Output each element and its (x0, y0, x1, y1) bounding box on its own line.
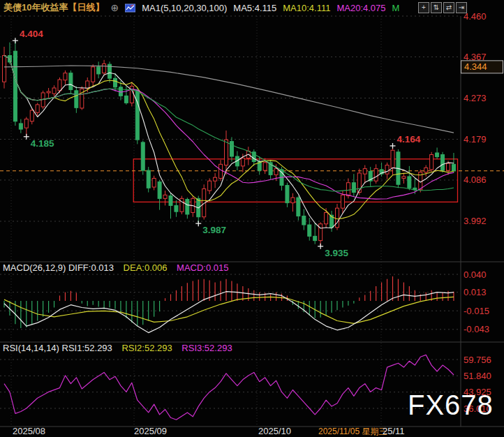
macd-header: MACD(26,12,9) DIFF:0.013 DEA:0.006 MACD:… (3, 262, 229, 273)
candle (436, 153, 439, 157)
macd-diff-readout: MACD(26,12,9) DIFF:0.013 (3, 262, 114, 273)
rsi1-readout: RSI(14,14,14) RSI1:52.293 (3, 343, 112, 353)
candle (230, 142, 233, 156)
macd-tick-label: -0.015 (464, 306, 489, 316)
candle (424, 168, 428, 172)
period-tag: 【日线】 (68, 2, 104, 13)
candle (441, 155, 445, 171)
macd-tick-label: 0.040 (464, 269, 487, 280)
candle (124, 96, 128, 103)
swing-price-label: 4.185 (31, 138, 54, 149)
candle (3, 56, 6, 82)
fx678-watermark: FX678 (408, 390, 494, 421)
rsi-header: RSI(14,14,14) RSI1:52.293 RSI2:52.293 RS… (3, 343, 232, 353)
candle (357, 173, 361, 193)
x-axis-label: 2025/09 (134, 426, 167, 436)
x-axis-label: 25/11 (383, 426, 405, 436)
x-scale-button[interactable]: ⇄ (443, 2, 454, 13)
candle (374, 169, 378, 182)
candle (241, 158, 244, 166)
candle (135, 91, 139, 140)
candle (86, 81, 89, 89)
candle (75, 91, 78, 108)
add-indicator-icon[interactable]: ⊕ (110, 2, 119, 13)
crosshair-button[interactable]: + (418, 2, 429, 13)
candle (91, 67, 95, 82)
ma-settings-label: MA1(5,10,20,30,100) (142, 3, 227, 13)
chart-type-icon[interactable] (125, 3, 135, 13)
rsi-tick-label: 59.756 (464, 355, 491, 365)
swing-price-label: 3.987 (202, 225, 226, 235)
candle (430, 155, 433, 170)
candle (163, 195, 167, 198)
ma5-readout: MA5:4.115 (233, 3, 276, 13)
candle (346, 183, 350, 196)
macd-macd-readout: MACD:0.015 (177, 262, 228, 273)
candle (208, 181, 212, 191)
candle (302, 216, 306, 225)
chart-toolbar: + ⇅ ⇄ ⇥ (418, 2, 467, 13)
candle (313, 236, 317, 240)
candle (24, 119, 28, 128)
swing-markers: 4.4044.1853.9873.9354.164 (13, 29, 421, 258)
candle (214, 177, 217, 181)
ma20-readout: MA20:4.075 (336, 3, 385, 13)
swing-price-label: 3.935 (325, 248, 348, 258)
candle (352, 183, 355, 193)
candle (175, 205, 178, 212)
price-tick-label: 4.086 (464, 175, 487, 185)
candle (141, 142, 144, 170)
candle (363, 169, 366, 175)
candle (447, 163, 450, 170)
candle (152, 178, 156, 187)
candle (408, 177, 411, 188)
candle (274, 169, 278, 175)
candle (52, 88, 56, 94)
candle (147, 170, 150, 188)
x-axis-label: 2025/08 (13, 426, 45, 436)
swing-price-label: 4.164 (397, 134, 421, 145)
instrument-title: 美债10年收益率 (3, 2, 68, 13)
candle (103, 64, 106, 73)
y-scale-button[interactable]: ⇅ (431, 2, 442, 13)
rsi2-readout: RSI2:52.293 (121, 343, 172, 353)
candle (36, 105, 39, 112)
candle (169, 196, 172, 206)
candle (47, 91, 50, 93)
candle (325, 212, 328, 223)
macd-tick-label: -0.043 (464, 324, 489, 334)
price-tick-label: 3.992 (464, 216, 487, 226)
candle (97, 67, 101, 74)
candle (225, 140, 228, 165)
chart-header: 美债10年收益率【日线】 ⊕ MA1(5,10,20,30,100) MA5:4… (0, 0, 399, 15)
swing-price-label: 4.404 (20, 29, 43, 39)
price-axis: 4.4604.3674.2734.1794.0863.9924.344 (461, 11, 503, 227)
candle (336, 208, 339, 228)
candle (291, 198, 295, 203)
gridlines (0, 16, 504, 427)
candle (13, 51, 17, 121)
ma30-readout: M (392, 3, 400, 13)
rsi-tick-label: 51.840 (464, 371, 491, 381)
ma10-readout: MA10:4.111 (283, 3, 330, 13)
candle (158, 182, 161, 198)
candle (452, 164, 455, 170)
macd-dea-readout: DEA:0.006 (124, 262, 168, 273)
candle (385, 165, 389, 175)
x-axis-label: 2025/10 (258, 426, 291, 436)
rsi3-readout: RSI3:52.293 (181, 343, 232, 353)
candle (341, 195, 344, 208)
go-latest-button[interactable]: ⇥ (456, 2, 467, 13)
candle (30, 110, 34, 121)
candle (114, 78, 117, 87)
candle (19, 124, 22, 129)
macd-panel: 0.0400.013-0.015-0.043 (0, 269, 489, 335)
candle (219, 164, 223, 178)
macd-tick-label: 0.013 (464, 287, 487, 297)
trading-app: 美债10年收益率【日线】 ⊕ MA1(5,10,20,30,100) MA5:4… (0, 0, 504, 437)
candle (69, 73, 73, 90)
candle (402, 177, 406, 179)
highlighted-price-text: 4.344 (464, 61, 487, 72)
candle (263, 163, 267, 170)
chart-canvas[interactable]: 4.4604.3674.2734.1794.0863.9924.3444.404… (0, 0, 504, 437)
